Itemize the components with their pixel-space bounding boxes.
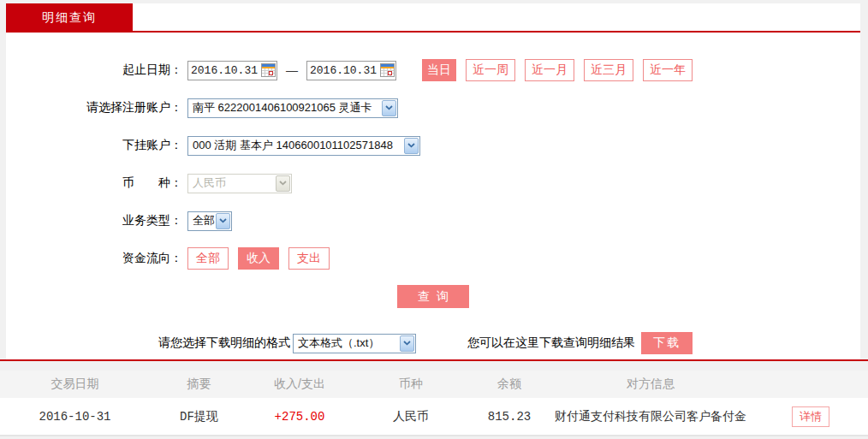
range-button-today[interactable]: 当日 <box>422 59 456 81</box>
chevron-down-icon <box>404 138 419 154</box>
detail-button[interactable]: 详情 <box>792 406 829 427</box>
sub-account-label: 下挂账户： <box>6 138 187 153</box>
sub-account-value: 000 活期 基本户 1406600101102571848 <box>188 138 403 153</box>
currency-value: 人民币 <box>188 175 275 191</box>
range-button-quarter[interactable]: 近三月 <box>584 59 633 81</box>
start-date-value: 2016.10.31 <box>188 64 260 77</box>
download-hint-text: 您可以在这里下载查询明细结果 <box>467 335 635 351</box>
query-button[interactable]: 查询 <box>397 285 469 308</box>
cell-summary: DF提现 <box>150 409 248 424</box>
tab-detail-query[interactable]: 明细查询 <box>6 3 133 33</box>
table-row: 2016-10-31 DF提现 +275.00 人民币 815.23 财付通支付… <box>0 398 868 436</box>
date-range-separator: — <box>286 63 298 77</box>
flow-button-income[interactable]: 收入 <box>238 247 279 270</box>
chevron-down-icon <box>400 335 414 352</box>
column-header-counterparty: 对方信息 <box>548 377 753 392</box>
range-button-month[interactable]: 近一月 <box>525 59 574 81</box>
range-button-week[interactable]: 近一周 <box>466 59 515 81</box>
register-account-label: 请选择注册账户： <box>6 100 187 116</box>
panel-bottom-divider <box>0 359 868 361</box>
start-date-input[interactable]: 2016.10.31 <box>187 61 277 80</box>
chevron-down-icon <box>276 175 290 192</box>
currency-row: 币 种： 人民币 <box>6 172 860 194</box>
end-date-value: 2016.10.31 <box>307 64 379 77</box>
cell-amount: +275.00 <box>248 410 351 424</box>
tab-bar: 明细查询 <box>6 3 860 33</box>
query-form: 起止日期： 2016.10.31 — 2016.10.31 <box>6 33 860 354</box>
table-header-row: 交易日期 摘要 收入/支出 币种 余额 对方信息 <box>0 371 868 398</box>
business-type-value: 全部 <box>188 213 215 228</box>
business-type-select[interactable]: 全部 <box>187 211 232 231</box>
chevron-down-icon <box>216 213 230 229</box>
fund-flow-row: 资金流向： 全部 收入 支出 <box>6 247 860 270</box>
end-date-input[interactable]: 2016.10.31 <box>306 61 396 80</box>
fund-flow-label: 资金流向： <box>6 251 187 266</box>
cell-action: 详情 <box>753 406 868 427</box>
calendar-icon[interactable] <box>379 62 395 80</box>
flow-button-all[interactable]: 全部 <box>187 247 229 270</box>
register-account-value: 南平 6222001406100921065 灵通卡 <box>188 100 381 116</box>
register-account-row: 请选择注册账户： 南平 6222001406100921065 灵通卡 <box>6 97 860 119</box>
cell-currency: 人民币 <box>351 409 471 424</box>
query-row: 查询 <box>6 285 860 308</box>
flow-button-expense[interactable]: 支出 <box>288 247 330 270</box>
cell-counterparty: 财付通支付科技有限公司客户备付金 <box>548 409 753 424</box>
download-button[interactable]: 下载 <box>641 332 693 354</box>
column-header-date: 交易日期 <box>0 377 150 392</box>
currency-select: 人民币 <box>187 174 292 193</box>
sub-account-select[interactable]: 000 活期 基本户 1406600101102571848 <box>187 136 420 156</box>
download-format-label: 请您选择下载明细的格式 <box>158 335 290 351</box>
date-range-row: 起止日期： 2016.10.31 — 2016.10.31 <box>6 59 860 81</box>
download-format-value: 文本格式（.txt） <box>294 335 399 351</box>
detail-query-panel: 明细查询 起止日期： 2016.10.31 — 2016 <box>6 3 860 359</box>
column-header-amount: 收入/支出 <box>248 377 351 392</box>
business-type-label: 业务类型： <box>6 213 187 228</box>
register-account-select[interactable]: 南平 6222001406100921065 灵通卡 <box>187 98 398 118</box>
download-row: 请您选择下载明细的格式 文本格式（.txt） 您可以在这里下载查询明细结果 下载 <box>158 332 860 354</box>
results-table: 交易日期 摘要 收入/支出 币种 余额 对方信息 2016-10-31 DF提现… <box>0 371 868 436</box>
range-button-year[interactable]: 近一年 <box>643 59 693 81</box>
column-header-currency: 币种 <box>351 377 471 392</box>
sub-account-row: 下挂账户： 000 活期 基本户 1406600101102571848 <box>6 134 860 157</box>
currency-label: 币 种： <box>6 175 187 191</box>
business-type-row: 业务类型： 全部 <box>6 210 860 232</box>
chevron-down-icon <box>382 100 396 116</box>
column-header-balance: 余额 <box>471 377 548 392</box>
download-format-select[interactable]: 文本格式（.txt） <box>293 334 416 353</box>
cell-balance: 815.23 <box>471 410 548 424</box>
date-range-label: 起止日期： <box>6 62 187 78</box>
column-header-summary: 摘要 <box>150 377 248 392</box>
cell-date: 2016-10-31 <box>0 410 150 424</box>
calendar-icon[interactable] <box>260 62 276 80</box>
